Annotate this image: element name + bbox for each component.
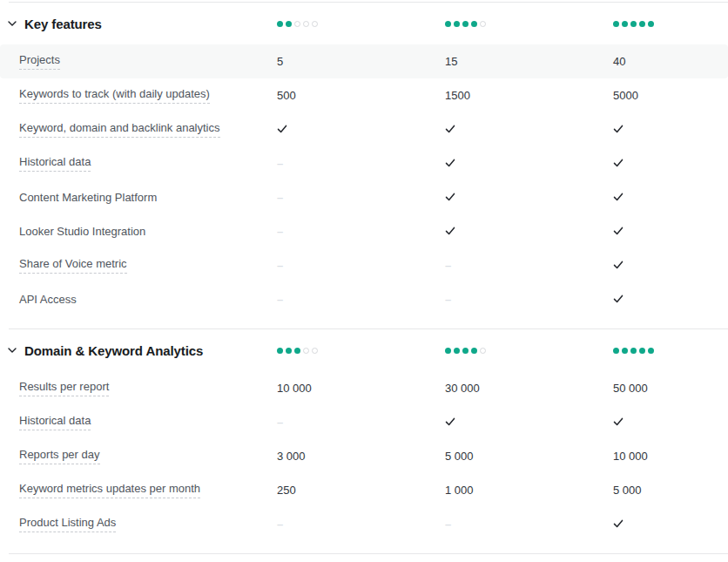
section-title: Key features	[24, 17, 102, 31]
table-row: Reports per day 3 000 5 000 10 000	[0, 439, 728, 473]
feature-label[interactable]: Keyword metrics updates per month	[19, 482, 200, 498]
dash-icon: –	[277, 259, 282, 272]
feature-value-cell: 5000	[613, 89, 728, 102]
filled-dot	[648, 348, 654, 354]
filled-dot	[445, 348, 451, 354]
check-icon	[445, 193, 455, 201]
check-icon	[613, 519, 624, 528]
filled-dot	[639, 21, 645, 27]
section-title-cell: Key features	[0, 17, 277, 31]
feature-value-cell: 10 000	[277, 382, 445, 395]
feature-value-cell	[277, 123, 445, 136]
chevron-down-icon	[8, 21, 17, 26]
pricing-feature-comparison: Key features Projects 5 15 40 Keywords t…	[0, 0, 728, 562]
table-row: Results per report 10 000 30 000 50 000	[0, 371, 728, 405]
feature-label-cell: API Access	[0, 293, 277, 307]
feature-value-cell: –	[277, 518, 445, 531]
section-header[interactable]: Domain & Keyword Analytics	[0, 329, 728, 371]
table-row: Projects 5 15 40	[0, 44, 728, 78]
dash-icon: –	[277, 225, 282, 238]
filled-dot	[445, 21, 451, 27]
plan-dots	[613, 21, 728, 27]
feature-value-cell	[445, 416, 613, 429]
check-icon	[277, 125, 287, 133]
filled-dot	[286, 21, 292, 27]
feature-value-cell: 50 000	[613, 382, 728, 395]
feature-section: Key features Projects 5 15 40 Keywords t…	[0, 3, 728, 328]
empty-dot	[480, 348, 486, 354]
feature-value-cell	[445, 225, 613, 238]
feature-value-cell: 250	[277, 484, 445, 497]
filled-dot	[471, 348, 477, 354]
feature-label[interactable]: Reports per day	[19, 448, 100, 464]
filled-dot	[277, 348, 283, 354]
dash-icon: –	[445, 259, 450, 272]
feature-value-cell: –	[277, 191, 445, 204]
filled-dot	[622, 348, 628, 354]
check-icon	[613, 227, 624, 235]
dash-icon: –	[445, 518, 450, 531]
table-row: Historical data –	[0, 146, 728, 180]
plan-dots	[613, 348, 728, 354]
check-icon	[613, 125, 624, 133]
feature-value-cell: 5 000	[445, 450, 613, 463]
table-row: Share of Voice metric – –	[0, 248, 728, 282]
feature-value-cell: 40	[613, 55, 728, 68]
feature-value-cell	[613, 157, 728, 170]
section-rows: Results per report 10 000 30 000 50 000 …	[0, 371, 728, 541]
feature-label: Content Marketing Platform	[19, 191, 157, 205]
dash-icon: –	[277, 518, 282, 531]
section-title: Domain & Keyword Analytics	[24, 343, 203, 358]
feature-label[interactable]: Projects	[19, 53, 60, 70]
section-rows: Projects 5 15 40 Keywords to track (with…	[0, 44, 728, 316]
feature-label[interactable]: Results per report	[19, 380, 109, 396]
table-row: Keyword metrics updates per month 250 1 …	[0, 473, 728, 507]
section-header[interactable]: Key features	[0, 3, 728, 44]
feature-value-cell: –	[277, 293, 445, 306]
empty-dot	[303, 21, 309, 27]
dash-icon: –	[277, 416, 282, 429]
feature-label[interactable]: Keyword, domain and backlink analytics	[19, 121, 220, 138]
feature-label[interactable]: Historical data	[19, 155, 91, 172]
feature-value-cell: 3 000	[277, 450, 445, 463]
filled-dot	[462, 348, 468, 354]
feature-value-cell: 30 000	[445, 382, 613, 395]
dash-icon: –	[445, 293, 450, 306]
feature-value-cell	[613, 123, 728, 136]
feature-value-cell: –	[277, 259, 445, 272]
feature-value-cell	[613, 191, 728, 204]
feature-label[interactable]: Share of Voice metric	[19, 257, 127, 274]
feature-value-cell: –	[277, 157, 445, 170]
check-icon	[613, 193, 624, 201]
feature-label-cell: Results per report	[0, 380, 277, 396]
feature-value-cell: –	[445, 293, 613, 306]
feature-label[interactable]: Historical data	[19, 414, 91, 430]
plan-dots	[277, 348, 445, 354]
feature-label-cell: Reports per day	[0, 448, 277, 464]
feature-value-cell: 5	[277, 55, 445, 68]
filled-dot	[630, 348, 637, 354]
dash-icon: –	[277, 293, 282, 306]
feature-value-cell: 10 000	[613, 450, 728, 463]
table-row: Product Listing Ads – –	[0, 507, 728, 541]
feature-label[interactable]: Keywords to track (with daily updates)	[19, 87, 210, 104]
feature-value-cell	[445, 157, 613, 170]
filled-dot	[471, 21, 477, 27]
check-icon	[445, 159, 455, 167]
filled-dot	[294, 348, 300, 354]
divider	[9, 553, 728, 554]
dash-icon: –	[277, 191, 282, 204]
feature-value-cell: –	[445, 259, 613, 272]
dash-icon: –	[277, 157, 282, 170]
feature-label: API Access	[19, 293, 77, 307]
filled-dot	[622, 21, 628, 27]
feature-label[interactable]: Product Listing Ads	[19, 516, 116, 532]
comparison-table: Key features Projects 5 15 40 Keywords t…	[0, 0, 728, 554]
feature-value-cell: 1 000	[445, 484, 613, 497]
table-row: API Access – –	[0, 282, 728, 316]
feature-value-cell: 500	[277, 89, 445, 102]
feature-section: Domain & Keyword Analytics Results per r…	[0, 329, 728, 553]
feature-label-cell: Keyword metrics updates per month	[0, 482, 277, 498]
check-icon	[613, 417, 624, 426]
plan-dots	[445, 348, 613, 354]
